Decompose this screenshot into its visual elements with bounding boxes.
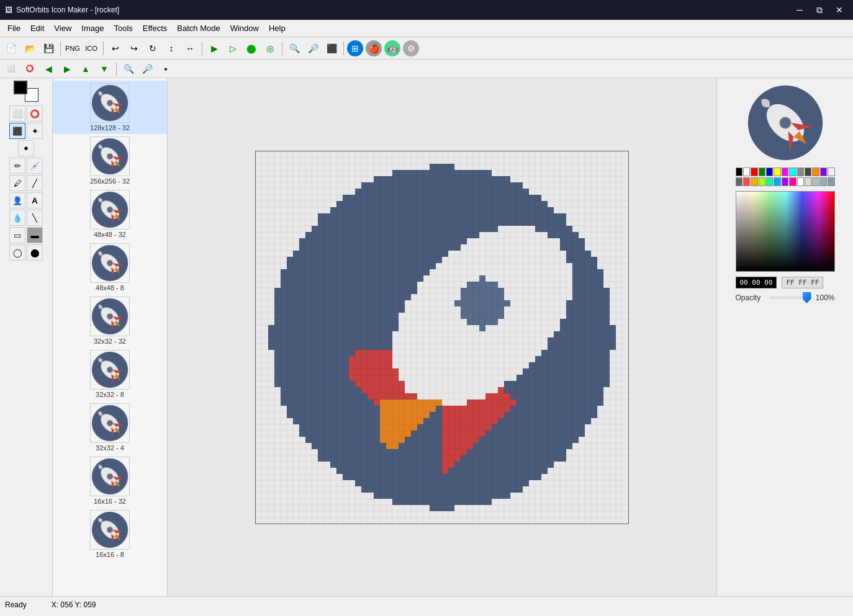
tool-brush[interactable]: 🖊 [9, 175, 25, 191]
android-icon[interactable]: 🤖 [384, 40, 400, 56]
windows-icon[interactable]: ⊞ [347, 40, 363, 56]
tool-eraser-diag[interactable]: ╲ [27, 210, 43, 226]
color-swatch[interactable] [820, 167, 827, 176]
color-swatch[interactable] [797, 167, 804, 176]
tool-color-pick[interactable]: 💉 [27, 158, 43, 174]
color-swatch[interactable] [743, 167, 750, 176]
tool-pencil[interactable]: ✏ [9, 158, 25, 174]
flip-v-button[interactable]: ↕ [163, 40, 180, 57]
tool-stamp[interactable]: 👤 [9, 192, 25, 208]
menu-image[interactable]: Image [76, 21, 109, 35]
tool-select-rect[interactable]: ⬜ [2, 60, 20, 78]
settings-icon[interactable]: ⚙ [403, 40, 419, 56]
color-swatch[interactable] [789, 167, 796, 176]
zoom-in-button[interactable]: 🔍 [286, 40, 303, 57]
color-swatch[interactable] [782, 167, 788, 176]
menu-edit[interactable]: Edit [25, 21, 49, 35]
tool-line-diag[interactable]: ╱ [27, 175, 43, 191]
menu-window[interactable]: Window [225, 21, 264, 35]
save-button[interactable]: 💾 [40, 40, 57, 57]
tool-nav-down[interactable]: ▼ [96, 60, 113, 78]
color-swatch[interactable] [812, 177, 819, 186]
color-swatch[interactable] [774, 177, 780, 186]
color-swatch[interactable] [774, 167, 780, 176]
menu-view[interactable]: View [49, 21, 76, 35]
color-gradient-picker[interactable] [736, 191, 835, 272]
tool-rect-outline[interactable]: ▭ [9, 227, 25, 243]
thumbnail-item-5[interactable]: 32x32 - 8 [53, 347, 167, 401]
close-button[interactable]: ✕ [831, 1, 848, 19]
background-hex-value[interactable]: FF FF FF [782, 277, 823, 288]
menu-tools[interactable]: Tools [109, 21, 137, 35]
color-swatch[interactable] [812, 167, 819, 176]
tool-dropper[interactable]: 💧 [9, 210, 25, 226]
play2-button[interactable]: ▷ [224, 40, 241, 57]
canvas-area[interactable] [168, 78, 716, 596]
color-swatch[interactable] [743, 177, 750, 186]
zoom-fit-button[interactable]: ⬛ [323, 40, 340, 57]
zoom-square[interactable]: ▪ [157, 60, 174, 78]
menu-batchmode[interactable]: Batch Mode [172, 21, 225, 35]
flip-h-button[interactable]: ↔ [181, 40, 199, 57]
color-swatch[interactable] [736, 167, 742, 176]
opacity-slider[interactable] [769, 297, 811, 299]
tool-text[interactable]: A [27, 192, 43, 208]
tool-rect-fill[interactable]: ▬ [27, 227, 43, 243]
tool-dot[interactable]: • [18, 140, 34, 156]
tool-nav-back[interactable]: ◀ [40, 60, 57, 78]
tool-nav-up[interactable]: ▲ [77, 60, 94, 78]
color-swatch[interactable] [751, 167, 757, 176]
tool-select-ellipse[interactable]: ⭕ [21, 60, 38, 78]
tool-ellipse-outline[interactable]: ◯ [9, 244, 25, 261]
color-swatch[interactable] [797, 177, 804, 186]
color-swatch[interactable] [782, 177, 788, 186]
restore-button[interactable]: ⧉ [811, 1, 828, 19]
zoom-out-button[interactable]: 🔎 [304, 40, 322, 57]
color-swatch[interactable] [805, 177, 811, 186]
play3-button[interactable]: ⬤ [243, 40, 260, 57]
zoom-plus-small[interactable]: 🔍 [120, 60, 137, 78]
play4-button[interactable]: ◎ [261, 40, 279, 57]
color-swatch[interactable] [751, 177, 757, 186]
tool-magic-wand[interactable]: ✦ [27, 123, 43, 139]
thumbnail-item-3[interactable]: 48x48 - 8 [53, 241, 167, 294]
foreground-color-square[interactable] [14, 81, 27, 94]
thumbnail-item-4[interactable]: 32x32 - 32 [53, 294, 167, 347]
color-swatch[interactable] [759, 177, 765, 186]
tool-ellipse-select[interactable]: ⭕ [27, 105, 43, 122]
minimize-button[interactable]: ─ [791, 1, 808, 19]
redo-button[interactable]: ↪ [125, 40, 143, 57]
rotate-button[interactable]: ↻ [144, 40, 161, 57]
menu-effects[interactable]: Effects [138, 21, 173, 35]
tool-rect-select[interactable]: ⬜ [9, 105, 25, 122]
thumbnail-item-1[interactable]: 256x256 - 32 [53, 134, 167, 187]
color-swatch[interactable] [820, 177, 827, 186]
play-button[interactable]: ▶ [205, 40, 223, 57]
thumbnail-item-2[interactable]: 48x48 - 32 [53, 187, 167, 241]
fg-bg-colors[interactable] [14, 81, 38, 102]
color-swatch[interactable] [805, 167, 811, 176]
thumbnail-item-8[interactable]: 16x16 - 8 [53, 507, 167, 561]
foreground-hex-value[interactable]: 00 00 00 [736, 277, 777, 288]
thumbnail-item-0[interactable]: 128x128 - 32 [53, 81, 167, 134]
new-button[interactable]: 📄 [2, 40, 20, 57]
color-swatch[interactable] [789, 177, 796, 186]
tool-nav-forward[interactable]: ▶ [58, 60, 76, 78]
thumbnail-item-7[interactable]: 16x16 - 32 [53, 454, 167, 507]
thumbnail-item-6[interactable]: 32x32 - 4 [53, 401, 167, 454]
pixel-canvas[interactable] [255, 151, 629, 524]
color-swatch[interactable] [766, 167, 773, 176]
export-png-button[interactable]: PNG [64, 40, 81, 57]
color-swatch[interactable] [828, 167, 834, 176]
color-swatch[interactable] [736, 177, 742, 186]
color-swatch[interactable] [766, 177, 773, 186]
apple-icon[interactable]: 🍎 [366, 40, 382, 56]
open-button[interactable]: 📂 [21, 40, 38, 57]
color-swatch[interactable] [759, 167, 765, 176]
color-swatch[interactable] [828, 177, 834, 186]
export-ico-button[interactable]: ICO [83, 40, 100, 57]
undo-button[interactable]: ↩ [107, 40, 124, 57]
tool-lasso[interactable]: ⬛ [9, 123, 25, 139]
zoom-minus-small[interactable]: 🔎 [138, 60, 156, 78]
menu-help[interactable]: Help [264, 21, 291, 35]
